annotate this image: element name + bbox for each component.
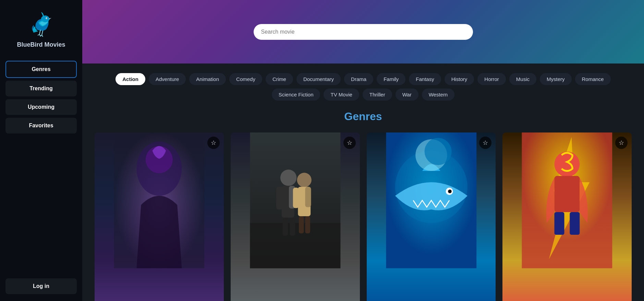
genre-pill-horror[interactable]: Horror <box>477 73 506 85</box>
app-title: BlueBird Movies <box>17 41 65 48</box>
genre-pill-action[interactable]: Action <box>116 73 145 85</box>
svg-rect-19 <box>290 218 295 236</box>
favorite-button[interactable]: ☆ <box>615 137 628 149</box>
sidebar-item-genres[interactable]: Genres <box>5 61 77 78</box>
logo-area: BlueBird Movies <box>17 10 65 48</box>
genre-pill-crime[interactable]: Crime <box>266 73 293 85</box>
movie-card[interactable]: SHAZAM!☆ <box>502 132 632 301</box>
genre-pill-romance[interactable]: Romance <box>575 73 611 85</box>
svg-rect-18 <box>282 218 288 236</box>
svg-line-8 <box>42 35 43 37</box>
movie-grid: BLACK PANTHERWAKANDA FOREVER☆ SAYEN☆ <box>95 132 632 301</box>
genre-pill-animation[interactable]: Animation <box>189 73 226 85</box>
svg-rect-36 <box>570 212 580 235</box>
svg-line-4 <box>42 31 43 35</box>
header-banner <box>82 0 644 63</box>
main-content: ActionAdventureAnimationComedyCrimeDocum… <box>82 0 644 301</box>
genre-pill-science-fiction[interactable]: Science Fiction <box>272 89 320 101</box>
svg-rect-24 <box>299 216 304 233</box>
genre-pill-thriller[interactable]: Thriller <box>363 89 392 101</box>
sidebar-item-favorites[interactable]: Favorites <box>5 118 77 134</box>
genre-pill-tv-movie[interactable]: TV Movie <box>324 89 359 101</box>
section-title: Genres <box>95 110 632 123</box>
genre-pill-western[interactable]: Western <box>422 89 455 101</box>
genre-pill-drama[interactable]: Drama <box>344 73 373 85</box>
svg-rect-34 <box>555 176 580 212</box>
svg-rect-35 <box>555 212 564 235</box>
genre-pills-container: ActionAdventureAnimationComedyCrimeDocum… <box>95 73 632 101</box>
svg-point-14 <box>280 170 296 186</box>
search-input[interactable] <box>254 24 473 40</box>
genre-pill-music[interactable]: Music <box>509 73 536 85</box>
favorite-button[interactable]: ☆ <box>207 137 220 149</box>
content-area: ActionAdventureAnimationComedyCrimeDocum… <box>82 63 644 301</box>
genre-pill-comedy[interactable]: Comedy <box>229 73 262 85</box>
sidebar-item-upcoming[interactable]: Upcoming <box>5 99 77 115</box>
bird-logo-icon <box>27 10 55 38</box>
genre-pill-war[interactable]: War <box>396 89 418 101</box>
genre-pill-family[interactable]: Family <box>377 73 405 85</box>
movie-card[interactable]: SAYEN☆ <box>231 132 360 301</box>
svg-rect-22 <box>293 188 299 208</box>
genre-pill-fantasy[interactable]: Fantasy <box>409 73 441 85</box>
sidebar: BlueBird Movies GenresTrendingUpcomingFa… <box>0 0 82 301</box>
svg-point-31 <box>424 138 451 165</box>
svg-rect-23 <box>305 187 311 207</box>
movie-card[interactable]: SHARK SIDE☆ <box>367 132 496 301</box>
genre-pill-documentary[interactable]: Documentary <box>296 73 341 85</box>
genre-pill-mystery[interactable]: Mystery <box>540 73 572 85</box>
favorite-button[interactable]: ☆ <box>343 137 356 149</box>
genre-pill-adventure[interactable]: Adventure <box>149 73 186 85</box>
svg-point-0 <box>41 15 49 22</box>
favorite-button[interactable]: ☆ <box>479 137 491 149</box>
movie-card[interactable]: BLACK PANTHERWAKANDA FOREVER☆ <box>95 132 224 301</box>
svg-point-2 <box>47 18 47 19</box>
sidebar-item-trending[interactable]: Trending <box>5 81 77 96</box>
svg-rect-25 <box>305 216 310 233</box>
svg-line-6 <box>39 34 40 36</box>
genre-pill-history[interactable]: History <box>445 73 474 85</box>
svg-line-5 <box>38 34 39 35</box>
login-button[interactable]: Log in <box>5 278 77 294</box>
svg-point-29 <box>448 189 452 193</box>
svg-point-20 <box>297 173 311 187</box>
nav-menu: GenresTrendingUpcomingFavorites <box>5 61 77 278</box>
svg-rect-16 <box>276 187 282 209</box>
svg-point-33 <box>555 151 580 177</box>
